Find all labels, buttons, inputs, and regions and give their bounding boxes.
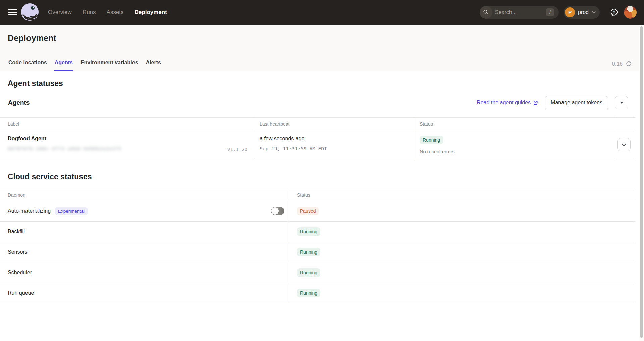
cloud-row-run-queue: Run queue Running xyxy=(0,283,635,303)
agent-guides-link[interactable]: Read the agent guides xyxy=(477,100,538,106)
agent-id-redacted: 6078f07b-208c-4f73-a9b8-0d90b2a2e375 xyxy=(8,146,255,151)
chevron-down-icon xyxy=(592,11,596,14)
daemon-cell: Sensors xyxy=(0,242,289,262)
agent-statuses-heading: Agent statuses xyxy=(0,71,644,88)
search-icon xyxy=(480,6,492,19)
status-badge: Running xyxy=(297,289,320,297)
page-title: Deployment xyxy=(0,25,644,43)
dagster-octopus-logo[interactable] xyxy=(20,3,39,22)
svg-text:?: ? xyxy=(613,10,615,14)
toggle-knob xyxy=(271,207,279,215)
heartbeat-relative: a few seconds ago xyxy=(260,136,415,142)
cloud-row-scheduler: Scheduler Running xyxy=(0,262,635,283)
tab-agents[interactable]: Agents xyxy=(54,60,73,71)
vertical-scrollbar[interactable] xyxy=(639,25,644,341)
status-cell: Paused xyxy=(289,201,635,221)
col-label: Label xyxy=(0,118,255,130)
agent-name: Dogfood Agent xyxy=(8,136,255,142)
tab-environment-variables[interactable]: Environment variables xyxy=(80,60,139,71)
agents-toolbar: Agents Read the agent guides Manage agen… xyxy=(0,88,644,109)
heartbeat-timestamp: Sep 19, 11:31:59 AM EDT xyxy=(260,146,415,151)
daemon-cell: Auto-materializing Experimental xyxy=(0,201,289,221)
status-badge: Running xyxy=(297,227,320,236)
agents-more-menu-button[interactable] xyxy=(615,96,628,109)
daemon-name: Scheduler xyxy=(8,270,32,276)
col-status: Status xyxy=(289,189,635,201)
status-badge: Running xyxy=(420,136,443,144)
search-shortcut-key: / xyxy=(546,8,554,16)
deployment-initial-badge: P xyxy=(565,7,575,17)
scrollbar-thumb[interactable] xyxy=(640,26,643,338)
cloud-row-sensors: Sensors Running xyxy=(0,242,635,262)
user-avatar[interactable] xyxy=(624,6,637,19)
cloud-row-auto-materializing: Auto-materializing Experimental Paused xyxy=(0,201,635,222)
experimental-badge: Experimental xyxy=(55,207,88,215)
deployment-switcher[interactable]: P prod xyxy=(564,6,600,19)
nav-item-overview[interactable]: Overview xyxy=(48,9,72,16)
daemon-name: Sensors xyxy=(8,249,28,255)
no-recent-errors-text: No recent errors xyxy=(420,149,615,154)
col-expand xyxy=(615,118,635,130)
agent-expand-cell xyxy=(615,130,635,159)
refresh-timer: 0:16 xyxy=(612,61,623,67)
nav-item-assets[interactable]: Assets xyxy=(107,9,124,16)
top-nav: Overview Runs Assets Deployment / P prod… xyxy=(0,0,644,25)
cloud-services-table: Daemon Status Auto-materializing Experim… xyxy=(0,189,635,303)
daemon-name: Auto-materializing xyxy=(8,208,51,214)
agents-table-header: Label Last heartbeat Status xyxy=(0,117,635,130)
agent-heartbeat-cell: a few seconds ago Sep 19, 11:31:59 AM ED… xyxy=(255,130,415,159)
cloud-service-statuses-heading: Cloud service statuses xyxy=(0,159,644,181)
status-badge: Running xyxy=(297,248,320,256)
tab-code-locations[interactable]: Code locations xyxy=(8,60,47,71)
search-box[interactable]: / xyxy=(480,6,559,19)
agent-row: Dogfood Agent 6078f07b-208c-4f73-a9b8-0d… xyxy=(0,130,635,159)
search-input[interactable] xyxy=(495,9,539,15)
cloud-row-backfill: Backfill Running xyxy=(0,222,635,242)
tab-bar: Code locations Agents Environment variab… xyxy=(8,60,161,71)
help-icon[interactable]: ? xyxy=(610,8,619,17)
agent-label-cell: Dogfood Agent 6078f07b-208c-4f73-a9b8-0d… xyxy=(0,130,255,159)
daemon-name: Run queue xyxy=(8,290,34,296)
col-daemon: Daemon xyxy=(0,189,289,201)
nav-item-deployment[interactable]: Deployment xyxy=(135,9,167,16)
agent-version: v1.1.20 xyxy=(227,147,247,152)
agents-subheading: Agents xyxy=(8,99,30,106)
daemon-cell: Run queue xyxy=(0,283,289,303)
status-badge: Paused xyxy=(297,207,319,215)
tab-alerts[interactable]: Alerts xyxy=(146,60,161,71)
refresh-icon[interactable] xyxy=(626,61,632,67)
agents-table: Label Last heartbeat Status Dogfood Agen… xyxy=(0,117,635,159)
refresh-zone: 0:16 xyxy=(612,61,632,67)
chevron-down-icon xyxy=(622,143,626,146)
caret-down-icon xyxy=(620,102,623,104)
daemon-name: Backfill xyxy=(8,229,25,235)
page-header: Deployment Code locations Agents Environ… xyxy=(0,25,644,71)
status-cell: Running xyxy=(289,262,635,283)
expand-agent-row-button[interactable] xyxy=(617,138,631,151)
external-link-icon xyxy=(533,100,538,105)
cloud-table-header: Daemon Status xyxy=(0,189,635,201)
agent-guides-link-label: Read the agent guides xyxy=(477,100,531,106)
daemon-cell: Backfill xyxy=(0,222,289,242)
main-content: Agent statuses Agents Read the agent gui… xyxy=(0,71,644,303)
status-cell: Running xyxy=(289,222,635,242)
deployment-switcher-label: prod xyxy=(578,9,589,15)
agents-controls: Read the agent guides Manage agent token… xyxy=(477,96,628,109)
auto-materializing-toggle[interactable] xyxy=(271,207,284,215)
col-status: Status xyxy=(415,118,615,130)
manage-agent-tokens-button[interactable]: Manage agent tokens xyxy=(545,96,608,109)
nav-item-runs[interactable]: Runs xyxy=(83,9,96,16)
col-last-heartbeat: Last heartbeat xyxy=(255,118,415,130)
daemon-cell: Scheduler xyxy=(0,262,289,283)
agent-status-cell: Running No recent errors xyxy=(415,130,615,159)
primary-nav: Overview Runs Assets Deployment xyxy=(48,9,167,16)
status-badge: Running xyxy=(297,268,320,277)
hamburger-icon[interactable] xyxy=(8,9,17,15)
status-cell: Running xyxy=(289,283,635,303)
status-cell: Running xyxy=(289,242,635,262)
